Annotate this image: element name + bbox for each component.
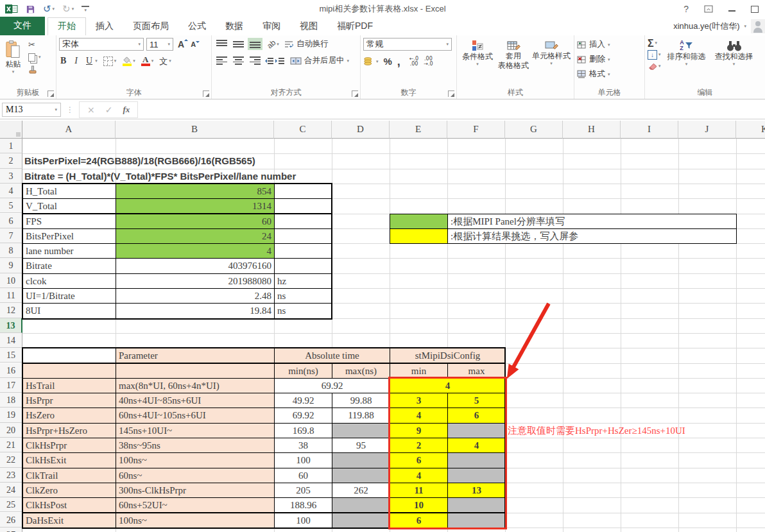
row-header-2[interactable]: 2	[0, 153, 22, 168]
cell-A12[interactable]: 8UI	[22, 303, 116, 318]
cell-F19[interactable]: 6	[447, 408, 506, 423]
merge-center-button[interactable]: 合并后居中 ▾	[290, 55, 349, 66]
cell-B6[interactable]: 60	[116, 214, 275, 229]
tab-home[interactable]: 开始	[47, 17, 86, 36]
align-center-button[interactable]	[231, 55, 246, 67]
cell-A4[interactable]: H_Total	[22, 184, 116, 199]
cell-B10[interactable]: 201988080	[116, 273, 275, 289]
cell-A16[interactable]	[22, 363, 116, 379]
select-all-corner[interactable]	[0, 121, 22, 139]
font-size-select[interactable]: 11 ▾	[146, 38, 173, 51]
row-header-12[interactable]: 12	[0, 303, 22, 318]
legend-label-2[interactable]: :根据计算结果挑选，写入屏参	[447, 228, 737, 244]
cell-B20[interactable]: 145ns+10UI~	[116, 423, 275, 438]
conditional-formatting-button[interactable]: 条件格式 ▾	[460, 38, 495, 69]
tab-review[interactable]: 审阅	[253, 18, 290, 35]
row-header-21[interactable]: 21	[0, 438, 22, 452]
column-header-E[interactable]: E	[390, 121, 447, 139]
row-header-27[interactable]: 27	[0, 528, 22, 532]
cell-A8[interactable]: lane number	[22, 243, 116, 259]
maximize-button[interactable]	[751, 6, 759, 13]
cell-C21[interactable]: 38	[274, 438, 332, 453]
cell-C23[interactable]: 60	[274, 468, 332, 483]
help-button[interactable]: ?	[683, 4, 689, 14]
cell-E24[interactable]: 11	[390, 483, 448, 498]
insert-cells-button[interactable]: 插入 ▾	[577, 38, 642, 51]
fill-color-button[interactable]: ▾	[122, 56, 135, 66]
account-menu[interactable]: xinhua.ye(叶信华) ▾	[673, 19, 765, 35]
cell-E17[interactable]: 4	[390, 378, 506, 393]
cell-D19[interactable]: 119.88	[332, 408, 390, 423]
tab-insert[interactable]: 插入	[86, 18, 123, 35]
column-header-K[interactable]: K	[736, 121, 765, 139]
cell-E19[interactable]: 4	[390, 408, 448, 423]
cell-B17[interactable]: max(8n*UI, 60ns+4n*UI)	[116, 378, 275, 393]
bold-button[interactable]: B	[59, 56, 67, 66]
cell-D18[interactable]: 99.88	[332, 393, 390, 408]
format-cells-button[interactable]: 格式 ▾	[577, 67, 642, 81]
legend-swatch-2[interactable]	[390, 228, 448, 244]
tab-foxit-pdf[interactable]: 福昕PDF	[327, 18, 382, 35]
insert-function-button[interactable]: fx	[123, 105, 130, 115]
align-right-button[interactable]	[248, 55, 262, 67]
tab-formulas[interactable]: 公式	[178, 18, 216, 35]
row-header-13[interactable]: 13	[0, 318, 22, 333]
cell-B11[interactable]: 2.48	[116, 288, 275, 304]
cell-B16[interactable]	[116, 363, 275, 379]
cell-B8[interactable]: 4	[116, 243, 275, 259]
row-header-15[interactable]: 15	[0, 348, 22, 363]
cell-F21[interactable]: 4	[447, 438, 506, 453]
cell-C24[interactable]: 205	[274, 483, 332, 498]
column-header-A[interactable]: A	[22, 121, 116, 139]
column-header-I[interactable]: I	[621, 121, 678, 139]
row-header-1[interactable]: 1	[0, 139, 22, 153]
align-top-button[interactable]	[214, 38, 229, 50]
row-header-19[interactable]: 19	[0, 408, 22, 422]
minimize-button[interactable]	[728, 6, 735, 12]
clear-button[interactable]: ▾	[648, 61, 661, 71]
cell-D22[interactable]	[332, 452, 390, 468]
cell-E18[interactable]: 3	[390, 393, 448, 408]
cell-E23[interactable]: 4	[390, 468, 448, 483]
cell-A19[interactable]: HsZero	[22, 408, 116, 423]
paste-button[interactable]: 粘贴 ▾	[3, 38, 24, 76]
cell-C9[interactable]	[274, 258, 332, 273]
cell-C7[interactable]	[274, 228, 332, 244]
legend-label-1[interactable]: :根据MIPI Panel分辨率填写	[447, 214, 737, 229]
cell-D23[interactable]	[332, 468, 390, 483]
percent-style-button[interactable]: %	[384, 56, 392, 67]
alignment-dialog-launcher-icon[interactable]	[352, 90, 358, 97]
cell-F18[interactable]: 5	[447, 393, 506, 408]
cell-A17[interactable]: HsTrail	[22, 378, 116, 393]
column-header-G[interactable]: G	[505, 121, 563, 139]
clipboard-dialog-launcher-icon[interactable]	[47, 90, 54, 97]
column-header-B[interactable]: B	[116, 121, 274, 139]
format-painter-button[interactable]	[28, 64, 41, 74]
cell-A10[interactable]: clcok	[22, 273, 116, 289]
decrease-indent-button[interactable]	[264, 57, 273, 65]
delete-cells-button[interactable]: 删除 ▾	[577, 53, 642, 66]
cell-D25[interactable]	[332, 497, 390, 513]
row-header-16[interactable]: 16	[0, 363, 22, 378]
cell-E15[interactable]: stMipiDsiConfig	[390, 348, 506, 363]
cell-C26[interactable]: 100	[274, 513, 332, 528]
tab-data[interactable]: 数据	[216, 18, 253, 35]
cell-D24[interactable]: 262	[332, 483, 390, 498]
cell-A7[interactable]: BitsPerPixel	[22, 228, 116, 244]
cell-B22[interactable]: 100ns~	[116, 452, 275, 468]
cell-B7[interactable]: 24	[116, 228, 275, 244]
cell-C5[interactable]	[274, 198, 332, 214]
fill-button[interactable]: ↓▾	[648, 49, 661, 60]
cell-C15[interactable]: Absolute time	[274, 348, 390, 363]
tab-view[interactable]: 视图	[290, 18, 327, 35]
align-bottom-button[interactable]	[248, 38, 262, 50]
legend-swatch-1[interactable]	[390, 214, 448, 229]
cell-B19[interactable]: 60ns+4UI~105ns+6UI	[116, 408, 275, 423]
cell-F23[interactable]	[447, 468, 506, 483]
cell-F22[interactable]	[447, 452, 506, 468]
confirm-entry-button[interactable]: ✓	[105, 105, 113, 115]
spreadsheet-grid[interactable]: ABCDEFGHIJK12345678910111213141516171819…	[0, 121, 765, 532]
cell-C8[interactable]	[274, 243, 332, 259]
cell-C17[interactable]: 69.92	[274, 378, 390, 393]
cell-A23[interactable]: ClkTrail	[22, 468, 116, 483]
